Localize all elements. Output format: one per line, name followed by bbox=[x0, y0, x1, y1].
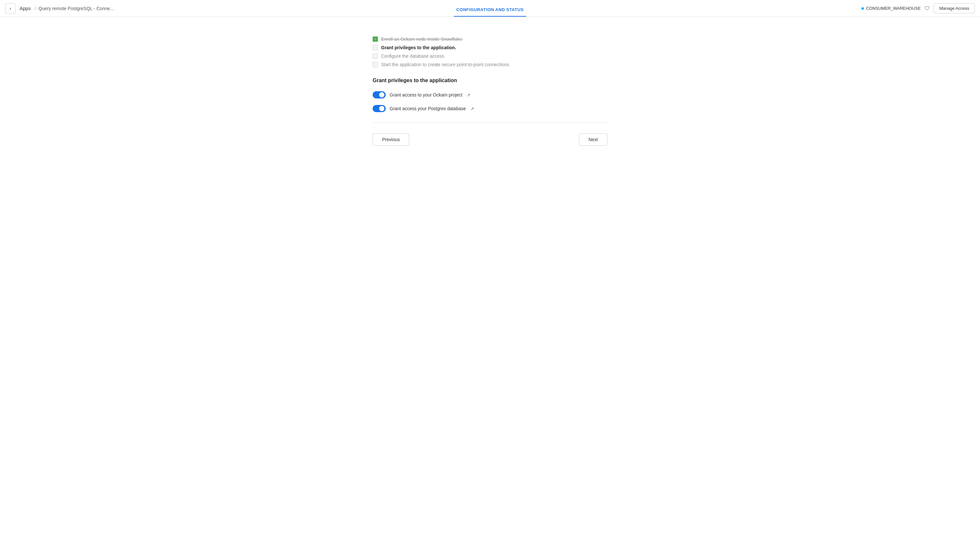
section-title: Grant privileges to the application bbox=[373, 78, 607, 83]
previous-button[interactable]: Previous bbox=[373, 133, 409, 146]
toggle-postgres-database[interactable] bbox=[373, 105, 386, 112]
step-checkbox-4 bbox=[373, 62, 378, 67]
step-checkbox-1: ✓ bbox=[373, 37, 378, 42]
back-button[interactable]: ‹ bbox=[5, 3, 16, 14]
header: ‹ Apps / Query remote PostgreSQL - Conne… bbox=[0, 0, 980, 17]
toggle-slider-1[interactable] bbox=[373, 91, 386, 98]
nav-buttons: Previous Next bbox=[373, 133, 607, 146]
external-link-icon-2[interactable]: ↗ bbox=[470, 106, 474, 111]
warehouse-label: CONSUMER_WAREHOUSE bbox=[866, 6, 921, 11]
section-divider bbox=[373, 123, 607, 123]
breadcrumb-label: Query remote PostgreSQL - Conne... bbox=[38, 6, 114, 11]
toggle-label-1: Grant access to your Ockam project bbox=[390, 92, 462, 97]
steps-list: ✓ Enroll an Ockam node inside Snowflake.… bbox=[373, 37, 607, 67]
toggle-row-2: Grant access your Postgres database ↗ bbox=[373, 105, 607, 112]
next-button[interactable]: Next bbox=[579, 133, 607, 146]
external-link-icon-1[interactable]: ↗ bbox=[467, 93, 470, 97]
step-label-2: Grant privileges to the application. bbox=[381, 45, 456, 50]
toggle-row-1: Grant access to your Ockam project ↗ bbox=[373, 91, 607, 98]
breadcrumb-separator: / bbox=[35, 6, 36, 11]
header-right: CONSUMER_WAREHOUSE 🛡 Manage Access bbox=[861, 3, 975, 13]
step-item-1: ✓ Enroll an Ockam node inside Snowflake. bbox=[373, 37, 607, 42]
step-label-4: Start the application to create secure p… bbox=[381, 62, 510, 67]
shield-icon: 🛡 bbox=[925, 5, 930, 12]
tab-configuration-and-status[interactable]: CONFIGURATION AND STATUS bbox=[454, 3, 526, 17]
toggle-slider-2[interactable] bbox=[373, 105, 386, 112]
manage-access-button[interactable]: Manage Access bbox=[934, 3, 975, 13]
step-item-2: Grant privileges to the application. bbox=[373, 45, 607, 50]
warehouse-dot-icon bbox=[861, 7, 864, 10]
toggle-ockam-project[interactable] bbox=[373, 91, 386, 98]
apps-nav-link[interactable]: Apps bbox=[18, 5, 32, 11]
step-item-4: Start the application to create secure p… bbox=[373, 62, 607, 67]
step-label-1: Enroll an Ockam node inside Snowflake. bbox=[381, 37, 463, 42]
tab-area: CONFIGURATION AND STATUS bbox=[454, 3, 526, 17]
step-checkbox-2 bbox=[373, 45, 378, 50]
back-icon: ‹ bbox=[10, 6, 12, 11]
step-checkbox-3 bbox=[373, 53, 378, 59]
main-content: ✓ Enroll an Ockam node inside Snowflake.… bbox=[366, 37, 614, 146]
step-label-3: Configure the database access. bbox=[381, 53, 445, 59]
toggle-label-2: Grant access your Postgres database bbox=[390, 106, 466, 111]
step-item-3: Configure the database access. bbox=[373, 53, 607, 59]
warehouse-badge: CONSUMER_WAREHOUSE bbox=[861, 6, 921, 11]
